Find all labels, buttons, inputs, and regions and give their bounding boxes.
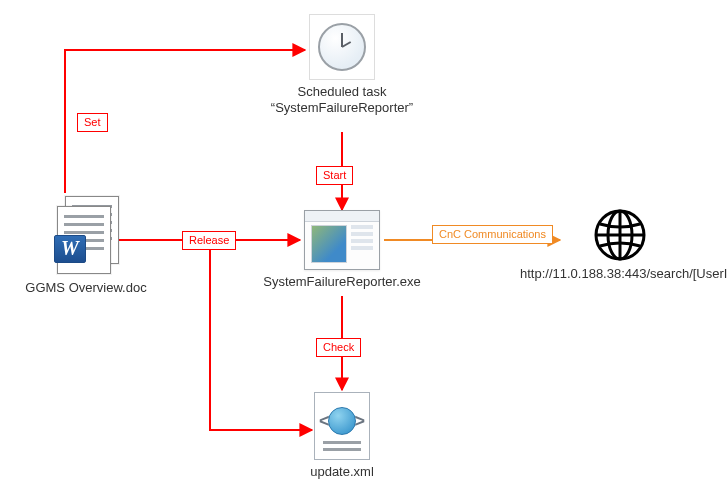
node-exe: SystemFailureReporter.exe [262,210,422,290]
clock-icon [309,14,375,80]
edge-label-cnc: CnC Communications [432,225,553,244]
node-word-doc: W GGMS Overview.doc [16,196,156,296]
node-scheduled-task: Scheduled task “SystemFailureReporter” [262,14,422,117]
node-label-doc: GGMS Overview.doc [16,280,156,296]
edge-label-release: Release [182,231,236,250]
app-window-icon [304,210,380,270]
edge-label-check: Check [316,338,361,357]
edge-label-start: Start [316,166,353,185]
node-label-task: Scheduled task “SystemFailureReporter” [262,84,422,117]
node-update-xml: < > update.xml [292,392,392,480]
node-label-exe: SystemFailureReporter.exe [262,274,422,290]
word-doc-icon: W [51,196,121,276]
globe-icon [593,208,647,262]
node-label-c2: http://11.0.188.38:443/search/[UserID] [520,266,720,282]
xml-file-icon: < > [314,392,370,460]
node-c2-server: http://11.0.188.38:443/search/[UserID] [520,208,720,282]
node-label-xml: update.xml [292,464,392,480]
edge-label-set: Set [77,113,108,132]
